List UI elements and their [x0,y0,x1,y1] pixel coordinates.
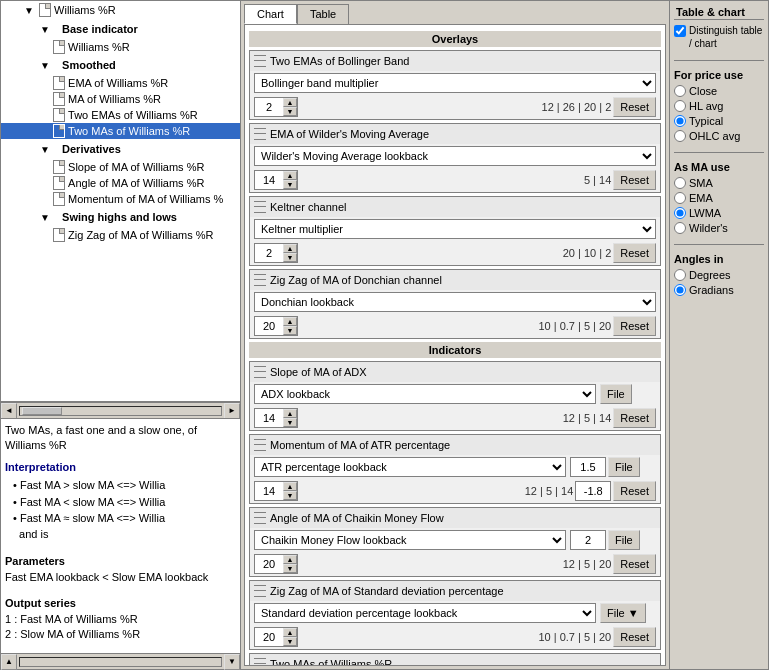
tab-chart[interactable]: Chart [244,4,297,24]
indicator-4-reset-btn[interactable]: Reset [613,627,656,647]
indicator-1-select[interactable]: ADX lookback [254,384,596,404]
indicator-2-spin-input[interactable] [255,482,283,500]
tree-item-zigzag[interactable]: Zig Zag of MA of Williams %R [1,227,240,243]
overlay-1-spin[interactable]: ▲ ▼ [254,97,298,117]
overlay-3-reset-btn[interactable]: Reset [613,243,656,263]
drag-handle-4[interactable] [254,272,266,288]
tree-item-two-mas[interactable]: Two MAs of Williams %R [1,123,240,139]
indicator-4-spin[interactable]: ▲ ▼ [254,627,298,647]
indicator-2-spin-down[interactable]: ▼ [283,491,297,500]
indicator-1-spin-up[interactable]: ▲ [283,409,297,418]
tab-table[interactable]: Table [297,4,349,24]
indicator-3-spin-input[interactable] [255,555,283,573]
indicator-1-spin[interactable]: ▲ ▼ [254,408,298,428]
angle-gradians-radio[interactable] [674,284,686,296]
price-ohlcavg-radio[interactable] [674,130,686,142]
overlay-2-reset-btn[interactable]: Reset [613,170,656,190]
indicator-4-file-btn[interactable]: File ▼ [600,603,646,623]
overlay-1-spin-input[interactable] [255,98,283,116]
tree-item-ma[interactable]: MA of Williams %R [1,91,240,107]
drag-handle-1[interactable] [254,53,266,69]
indicator-2-spin-up[interactable]: ▲ [283,482,297,491]
tree-root-item[interactable]: ▼ Williams %R [1,1,240,19]
overlay-2-spin-down[interactable]: ▼ [283,180,297,189]
tree-section-base[interactable]: ▼ Base indicator [1,19,240,39]
indicator-1-spin-down[interactable]: ▼ [283,418,297,427]
angle-degrees-radio[interactable] [674,269,686,281]
ma-sma-radio[interactable] [674,177,686,189]
overlay-4-reset-btn[interactable]: Reset [613,316,656,336]
price-hlavg-radio[interactable] [674,100,686,112]
overlay-1-spin-up[interactable]: ▲ [283,98,297,107]
indicator-2-reset-btn[interactable]: Reset [613,481,656,501]
indicator-3-reset-btn[interactable]: Reset [613,554,656,574]
indicator-2-spin[interactable]: ▲ ▼ [254,481,298,501]
scroll-left-btn[interactable]: ◄ [1,403,17,419]
drag-handle-3[interactable] [254,199,266,215]
tab-content-chart[interactable]: Overlays Two EMAs of Bollinger Band Boll… [244,24,666,666]
tree-item-angle[interactable]: Angle of MA of Williams %R [1,175,240,191]
overlay-1-reset-btn[interactable]: Reset [613,97,656,117]
tree-section-smoothed[interactable]: ▼ Smoothed [1,55,240,75]
desc-scroll-down-btn[interactable]: ▼ [224,654,240,670]
overlay-3-select[interactable]: Keltner multiplier [254,219,656,239]
overlay-4-spin-down[interactable]: ▼ [283,326,297,335]
ma-ema-radio[interactable] [674,192,686,204]
tree-item-ema[interactable]: EMA of Williams %R [1,75,240,91]
drag-handle-ind1[interactable] [254,364,266,380]
overlay-4-spin-input[interactable] [255,317,283,335]
indicator-2-value-input[interactable] [570,457,606,477]
indicator-4-spin-input[interactable] [255,628,283,646]
overlay-4-spin-up[interactable]: ▲ [283,317,297,326]
drag-handle-2[interactable] [254,126,266,142]
desc-vscroll-track[interactable] [19,657,222,667]
indicator-4-spin-down[interactable]: ▼ [283,637,297,646]
tree-section-derivatives[interactable]: ▼ Derivatives [1,139,240,159]
price-typical-radio[interactable] [674,115,686,127]
overlay-3-spin-input[interactable] [255,244,283,262]
indicator-3-spin[interactable]: ▲ ▼ [254,554,298,574]
drag-handle-ind4[interactable] [254,583,266,599]
indicator-1-file-btn[interactable]: File [600,384,632,404]
indicator-2-file-btn[interactable]: File [608,457,640,477]
overlay-2-spin-up[interactable]: ▲ [283,171,297,180]
indicator-1-reset-btn[interactable]: Reset [613,408,656,428]
drag-handle-ind2[interactable] [254,437,266,453]
overlay-3-spin[interactable]: ▲ ▼ [254,243,298,263]
distinguish-checkbox[interactable] [674,25,686,37]
ma-lwma-radio[interactable] [674,207,686,219]
tree-scroll[interactable]: ▼ Williams %R ▼ Base indicator Williams … [1,1,240,401]
indicator-3-file-btn[interactable]: File [608,530,640,550]
indicator-3-spin-down[interactable]: ▼ [283,564,297,573]
overlay-1-spin-down[interactable]: ▼ [283,107,297,116]
tree-item-momentum[interactable]: Momentum of MA of Williams % [1,191,240,207]
indicator-4-select[interactable]: Standard deviation percentage lookback [254,603,596,623]
overlay-3-spin-up[interactable]: ▲ [283,244,297,253]
overlay-2-spin[interactable]: ▲ ▼ [254,170,298,190]
overlay-2-spin-input[interactable] [255,171,283,189]
scroll-right-btn[interactable]: ► [224,403,240,419]
overlay-4-select[interactable]: Donchian lookback [254,292,656,312]
tree-item-slope[interactable]: Slope of MA of Williams %R [1,159,240,175]
indicator-2-select[interactable]: ATR percentage lookback [254,457,566,477]
desc-scroll-up-btn[interactable]: ▲ [1,654,17,670]
drag-handle-ind3[interactable] [254,510,266,526]
indicator-3-spin-up[interactable]: ▲ [283,555,297,564]
overlay-2-select[interactable]: Wilder's Moving Average lookback [254,146,656,166]
hscroll-track[interactable] [19,406,222,416]
indicator-3-select[interactable]: Chaikin Money Flow lookback [254,530,566,550]
overlay-4-spin[interactable]: ▲ ▼ [254,316,298,336]
tree-hscrollbar[interactable]: ◄ ► [1,402,240,418]
tree-item-two-emas[interactable]: Two EMAs of Williams %R [1,107,240,123]
indicator-1-spin-input[interactable] [255,409,283,427]
ma-wilders-radio[interactable] [674,222,686,234]
indicator-4-spin-up[interactable]: ▲ [283,628,297,637]
overlay-3-spin-down[interactable]: ▼ [283,253,297,262]
tree-item-williams[interactable]: Williams %R [1,39,240,55]
hscroll-thumb[interactable] [22,407,62,415]
price-close-radio[interactable] [674,85,686,97]
tree-section-swing[interactable]: ▼ Swing highs and lows [1,207,240,227]
desc-hscrollbar[interactable]: ▲ ▼ [1,653,240,669]
indicator-3-value-input[interactable] [570,530,606,550]
overlay-1-select[interactable]: Bollinger band multiplier [254,73,656,93]
